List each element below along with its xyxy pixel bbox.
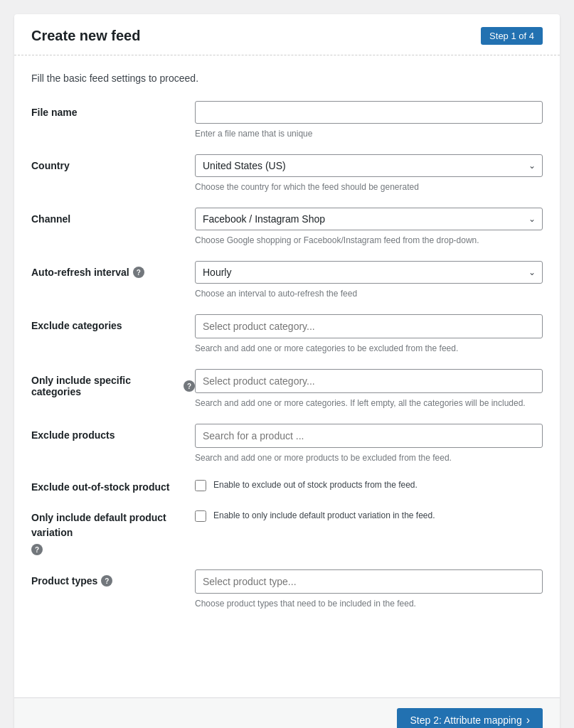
default-variation-checkbox[interactable] bbox=[195, 510, 206, 522]
exclude-products-row: Exclude products Search and add one or m… bbox=[31, 424, 543, 464]
exclude-categories-control: Search and add one or more categories to… bbox=[195, 314, 543, 355]
step-badge: Step 1 of 4 bbox=[481, 27, 543, 45]
auto-refresh-control: Hourly Daily Weekly ⌄ Choose an interval… bbox=[195, 261, 543, 300]
card-footer: Step 2: Attribute mapping › bbox=[14, 697, 560, 728]
exclude-categories-label: Exclude categories bbox=[31, 314, 195, 331]
next-step-button[interactable]: Step 2: Attribute mapping › bbox=[397, 708, 543, 728]
product-types-input[interactable] bbox=[195, 569, 543, 594]
intro-text: Fill the basic feed settings to proceed. bbox=[31, 73, 543, 84]
file-name-label: File name bbox=[31, 101, 195, 118]
auto-refresh-hint: Choose an interval to auto-refresh the f… bbox=[195, 287, 543, 300]
card-header: Create new feed Step 1 of 4 bbox=[14, 14, 560, 55]
exclude-out-of-stock-control: Enable to exclude out of stock products … bbox=[195, 478, 543, 491]
country-select[interactable]: United States (US) United Kingdom (UK) C… bbox=[195, 154, 543, 177]
auto-refresh-label: Auto-refresh interval ? bbox=[31, 261, 195, 278]
product-types-hint: Choose product types that need to be inc… bbox=[195, 597, 543, 610]
next-step-label: Step 2: Attribute mapping bbox=[410, 714, 521, 726]
exclude-categories-input[interactable] bbox=[195, 314, 543, 338]
channel-hint: Choose Google shopping or Facebook/Insta… bbox=[195, 234, 543, 247]
file-name-input[interactable] bbox=[195, 101, 543, 124]
card-body: Fill the basic feed settings to proceed.… bbox=[14, 55, 560, 697]
exclude-out-of-stock-label: Exclude out-of-stock product bbox=[31, 478, 195, 495]
file-name-hint: Enter a file name that is unique bbox=[195, 127, 543, 140]
auto-refresh-select[interactable]: Hourly Daily Weekly bbox=[195, 261, 543, 284]
channel-label: Channel bbox=[31, 208, 195, 225]
default-variation-hint: Enable to only include default product v… bbox=[213, 509, 543, 522]
default-variation-label: Only include default product variation ? bbox=[31, 509, 195, 555]
exclude-out-of-stock-checkbox[interactable] bbox=[195, 480, 206, 491]
product-types-label: Product types ? bbox=[31, 569, 195, 587]
product-types-help-icon[interactable]: ? bbox=[101, 575, 112, 587]
country-row: Country United States (US) United Kingdo… bbox=[31, 154, 543, 193]
page-title: Create new feed bbox=[31, 28, 140, 44]
include-categories-input[interactable] bbox=[195, 369, 543, 393]
exclude-categories-row: Exclude categories Search and add one or… bbox=[31, 314, 543, 355]
product-types-row: Product types ? Choose product types tha… bbox=[31, 569, 543, 610]
channel-row: Channel Facebook / Instagram Shop Google… bbox=[31, 208, 543, 247]
file-name-row: File name Enter a file name that is uniq… bbox=[31, 101, 543, 140]
default-variation-help-icon[interactable]: ? bbox=[31, 544, 43, 555]
include-categories-row: Only include specific categories ? Searc… bbox=[31, 369, 543, 410]
country-label: Country bbox=[31, 154, 195, 171]
exclude-out-of-stock-hint: Enable to exclude out of stock products … bbox=[213, 478, 543, 491]
next-step-arrow-icon: › bbox=[526, 714, 530, 727]
file-name-control: Enter a file name that is unique bbox=[195, 101, 543, 140]
exclude-products-control: Search and add one or more products to b… bbox=[195, 424, 543, 464]
product-types-control: Choose product types that need to be inc… bbox=[195, 569, 543, 610]
country-control: United States (US) United Kingdom (UK) C… bbox=[195, 154, 543, 193]
auto-refresh-help-icon[interactable]: ? bbox=[133, 267, 144, 278]
exclude-categories-hint: Search and add one or more categories to… bbox=[195, 342, 543, 355]
include-categories-control: Search and add one or more categories. I… bbox=[195, 369, 543, 410]
auto-refresh-row: Auto-refresh interval ? Hourly Daily Wee… bbox=[31, 261, 543, 300]
exclude-out-of-stock-row: Exclude out-of-stock product Enable to e… bbox=[31, 478, 543, 495]
exclude-products-input[interactable] bbox=[195, 424, 543, 448]
include-categories-hint: Search and add one or more categories. I… bbox=[195, 397, 543, 410]
default-variation-control: Enable to only include default product v… bbox=[195, 509, 543, 522]
include-categories-help-icon[interactable]: ? bbox=[184, 380, 195, 392]
exclude-products-hint: Search and add one or more products to b… bbox=[195, 451, 543, 464]
channel-control: Facebook / Instagram Shop Google Shoppin… bbox=[195, 208, 543, 247]
channel-select-wrapper: Facebook / Instagram Shop Google Shoppin… bbox=[195, 208, 543, 230]
country-select-wrapper: United States (US) United Kingdom (UK) C… bbox=[195, 154, 543, 177]
include-categories-label: Only include specific categories ? bbox=[31, 369, 195, 397]
country-hint: Choose the country for which the feed sh… bbox=[195, 181, 543, 193]
auto-refresh-select-wrapper: Hourly Daily Weekly ⌄ bbox=[195, 261, 543, 284]
exclude-products-label: Exclude products bbox=[31, 424, 195, 441]
channel-select[interactable]: Facebook / Instagram Shop Google Shoppin… bbox=[195, 208, 543, 230]
page-wrapper: Create new feed Step 1 of 4 Fill the bas… bbox=[14, 14, 560, 728]
card: Create new feed Step 1 of 4 Fill the bas… bbox=[14, 14, 560, 728]
default-variation-row: Only include default product variation ?… bbox=[31, 509, 543, 555]
